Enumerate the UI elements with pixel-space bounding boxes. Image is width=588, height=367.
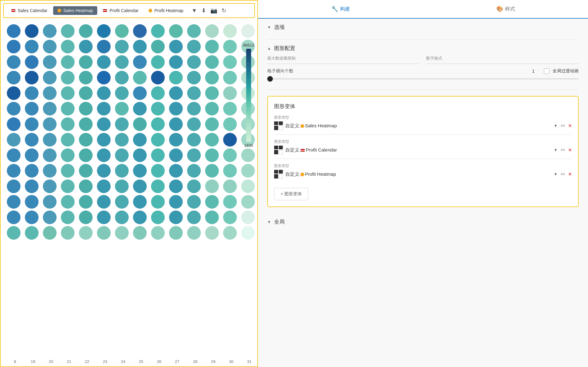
dot	[151, 86, 165, 100]
dot	[61, 133, 75, 147]
dot	[205, 133, 219, 147]
dot	[223, 148, 237, 162]
config-value-max-data[interactable]	[267, 62, 420, 64]
legend-bar: 96612 1835	[243, 43, 254, 148]
panel-tab-style[interactable]: 🎨 样式	[423, 0, 588, 18]
dot	[25, 86, 39, 100]
close-icon-2[interactable]: ✕	[568, 147, 572, 152]
tab-sales-heatmap[interactable]: Sales Heatmap	[53, 6, 98, 15]
dot	[61, 211, 75, 224]
dot	[79, 211, 93, 224]
add-variant-label: + 图形变体	[281, 191, 302, 197]
code-icon-2[interactable]: <>	[561, 148, 565, 152]
variant-item-3-left: 自定义:Profit Heatmap	[274, 170, 336, 179]
dot	[187, 179, 201, 193]
dot	[187, 55, 201, 69]
code-icon-1[interactable]: <>	[561, 124, 565, 128]
dot	[205, 195, 219, 209]
global-title: 全局	[274, 218, 285, 225]
dot	[151, 24, 165, 38]
dot	[223, 164, 237, 178]
dot	[97, 24, 111, 38]
dot	[7, 179, 21, 193]
dot	[61, 71, 75, 84]
tab-profit-calendar[interactable]: Profit Calendar	[99, 6, 143, 15]
dot	[79, 148, 93, 162]
x-axis-label: 26	[151, 359, 167, 364]
dot	[61, 179, 75, 193]
animation-checkbox[interactable]	[544, 68, 549, 74]
dropdown-icon-2[interactable]: ▼	[554, 148, 558, 152]
dot	[133, 24, 147, 38]
dot	[187, 102, 201, 116]
dot	[97, 71, 111, 84]
dot	[115, 148, 129, 162]
dot	[25, 71, 39, 84]
variant-item-2-left: 自定义:Profit Calendar	[274, 146, 337, 154]
dot	[25, 102, 39, 116]
dot	[241, 164, 255, 178]
refresh-icon[interactable]: ↻	[222, 7, 226, 14]
close-icon-3[interactable]: ✕	[568, 172, 572, 177]
config-value-grid: 1	[532, 69, 535, 74]
panel-tab-build[interactable]: 🔧 构建	[258, 0, 423, 19]
dot	[133, 148, 147, 162]
slider-track[interactable]	[267, 78, 579, 79]
section-chart-config-header: ▲ 图形配置	[267, 45, 579, 52]
dot	[169, 211, 183, 224]
dot	[151, 71, 165, 84]
config-label-number-format: 数字格式	[426, 56, 579, 61]
dot	[43, 211, 57, 224]
dot	[7, 102, 21, 116]
x-axis-label: 22	[79, 359, 95, 364]
dot	[7, 226, 21, 240]
config-row-grid: 格子横向个数 1 全局过渡动画	[267, 68, 579, 74]
dot	[79, 102, 93, 116]
dot	[97, 148, 111, 162]
dot	[223, 86, 237, 100]
dot	[151, 148, 165, 162]
dot	[61, 86, 75, 100]
dot	[205, 117, 219, 131]
orange-dot-profit-heatmap	[149, 9, 152, 12]
close-icon-1[interactable]: ✕	[568, 123, 572, 128]
dot	[43, 195, 57, 209]
dot	[97, 40, 111, 53]
dot	[115, 226, 129, 240]
dot	[187, 148, 201, 162]
options-arrow-icon: ▼	[267, 25, 271, 29]
slider-row	[267, 78, 579, 79]
dot	[115, 102, 129, 116]
download-icon[interactable]: ⬇	[201, 7, 206, 14]
tab-profit-heatmap[interactable]: Profit Heatmap	[144, 6, 188, 15]
dot	[115, 117, 129, 131]
global-section-header: ▼ 全局	[267, 218, 579, 225]
dot	[25, 195, 39, 209]
dropdown-icon-3[interactable]: ▼	[554, 172, 558, 176]
dropdown-icon-1[interactable]: ▼	[554, 124, 558, 128]
variant-item-3-row: 自定义:Profit Heatmap ▼ <> ✕	[274, 170, 572, 179]
dot	[97, 179, 111, 193]
slider-thumb[interactable]	[267, 76, 273, 82]
variant-item-1-name: 自定义:Sales Heatmap	[285, 123, 337, 129]
tab-sales-calendar[interactable]: Sales Calendar	[7, 6, 52, 15]
legend-gradient	[246, 49, 251, 142]
dot	[61, 24, 75, 38]
code-icon-3[interactable]: <>	[561, 172, 565, 176]
config-label-max-data: 最大数据量限制	[267, 56, 420, 61]
grid-cell	[279, 174, 283, 179]
dot	[187, 164, 201, 178]
filter-icon[interactable]: ▼	[191, 7, 197, 14]
config-row-main: 最大数据量限制 数字格式	[267, 56, 579, 64]
add-variant-button[interactable]: + 图形变体	[274, 188, 308, 200]
dot	[223, 133, 237, 147]
camera-icon[interactable]: 📷	[210, 7, 217, 14]
dot	[97, 195, 111, 209]
dot	[151, 55, 165, 69]
x-axis-label: 8	[7, 359, 23, 364]
dot	[151, 117, 165, 131]
dot	[187, 40, 201, 53]
variant-item-sales-heatmap: 图形类型 自定义:Sales Heatmap	[274, 115, 572, 135]
config-value-number-format[interactable]	[426, 62, 579, 64]
dot	[187, 226, 201, 240]
